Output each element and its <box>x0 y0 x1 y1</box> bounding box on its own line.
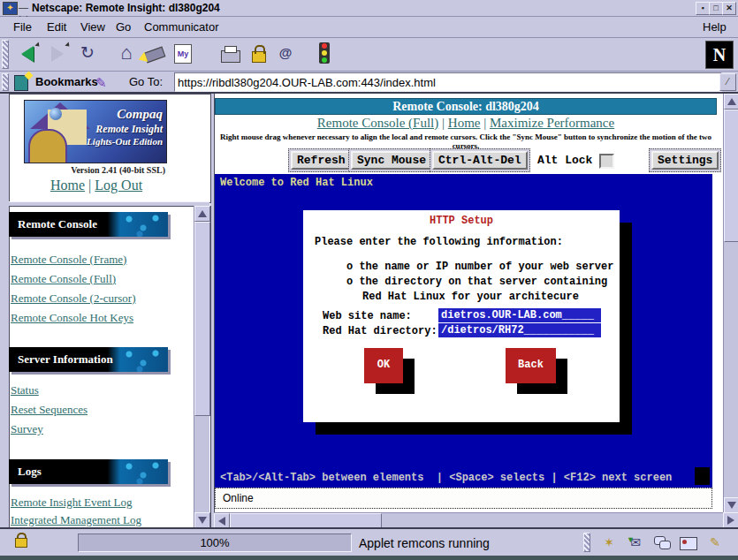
my-netscape-icon[interactable]: My <box>170 41 196 67</box>
back-icon[interactable] <box>14 41 41 67</box>
location-grip[interactable] <box>2 73 9 91</box>
print-icon[interactable] <box>217 41 244 67</box>
stop-icon[interactable] <box>311 41 338 67</box>
minimize-button[interactable]: ▪ <box>696 2 710 15</box>
website-name-label: Web site name: <box>323 310 412 322</box>
sidebar-item-remote-console-hotkeys[interactable]: Remote Console Hot Keys <box>11 311 133 325</box>
pin-icon: —⋈ <box>19 2 31 13</box>
navigator-icon[interactable]: ✶ <box>599 534 619 550</box>
sidebar-scrollbar[interactable] <box>194 206 209 527</box>
progress-gauge: 100% <box>78 534 352 552</box>
page-proxy-icon[interactable]: ✎ <box>95 75 107 91</box>
security-icon[interactable] <box>246 41 272 67</box>
compaq-logo: Compaq Remote Insight Lights-Out Edition <box>24 100 167 163</box>
link-home[interactable]: Home <box>448 116 481 130</box>
netscape-window: ✦ —⋈ Netscape: Remote Insight: dl380g204… <box>0 0 738 560</box>
redhat-directory-label: Red Hat directory: <box>323 325 437 337</box>
dialog-bullet-1: o the name or IP number of your web serv… <box>346 261 613 273</box>
discussions-icon[interactable] <box>652 534 672 550</box>
menu-file[interactable]: File <box>11 19 34 34</box>
scroll-up-icon[interactable] <box>724 94 738 110</box>
redhat-directory-field[interactable]: /dietros/RH72___________ <box>438 323 601 337</box>
sidebar-item-remote-console-frame[interactable]: Remote Console (Frame) <box>11 253 126 267</box>
inbox-icon[interactable]: ✉▼ <box>626 534 645 550</box>
section-banner-logs: Logs <box>9 459 168 484</box>
sidebar-item-remote-console-2cursor[interactable]: Remote Console (2-cursor) <box>11 291 136 306</box>
console-welcome-text: Welcome to Red Hat Linux <box>220 177 373 189</box>
refresh-button[interactable]: Refresh <box>291 151 352 170</box>
navigation-toolbar: ↻ ⌂ My @ N <box>0 38 738 72</box>
url-input[interactable] <box>174 72 722 92</box>
scroll-down-icon[interactable] <box>194 512 210 528</box>
scroll-down-icon[interactable] <box>724 497 738 513</box>
menu-view[interactable]: View <box>78 19 108 34</box>
back-button[interactable]: Back <box>506 348 556 383</box>
sidebar-item-reset-sequences[interactable]: Reset Sequences <box>11 403 87 417</box>
settings-button[interactable]: Settings <box>651 151 719 170</box>
website-name-field[interactable]: dietros.OUR-LAB.com_____ <box>438 308 601 322</box>
menu-communicator[interactable]: Communicator <box>141 19 222 34</box>
goto-label: Go To: <box>129 75 163 88</box>
window-menu-icon[interactable]: ✦ <box>3 2 18 15</box>
status-bar: 100% Applet remcons running ✶ ✉▼ ✎ <box>0 527 738 557</box>
scrollbar-thumb[interactable] <box>194 222 210 416</box>
component-bar-grip[interactable] <box>583 533 590 552</box>
http-setup-dialog: HTTP Setup Please enter the following in… <box>303 210 620 422</box>
maximize-button[interactable]: □ <box>709 2 723 15</box>
dialog-intro: Please enter the following information: <box>315 236 563 248</box>
scroll-up-icon[interactable] <box>194 206 210 222</box>
toolbar-grip[interactable] <box>2 40 9 69</box>
bookmarks-icon[interactable] <box>14 73 28 91</box>
sidebar-item-remote-console-full[interactable]: Remote Console (Full) <box>11 272 116 286</box>
menu-go[interactable]: Go <box>113 19 133 34</box>
section-title: Remote Console <box>18 217 97 231</box>
settings-button-wrap: Settings <box>649 148 721 172</box>
forward-icon[interactable] <box>44 41 71 67</box>
search-icon[interactable] <box>141 41 168 67</box>
sidebar-item-integrated-mgmt-log[interactable]: Integrated Management Log <box>11 513 141 527</box>
reload-icon[interactable]: ↻ <box>74 41 101 67</box>
bookmarks-label[interactable]: Bookmarks <box>35 75 98 88</box>
brand-line2: Remote Insight <box>87 123 163 136</box>
window-bottom-edge <box>0 556 738 560</box>
nav-separator: | <box>483 116 486 130</box>
scrollbar-thumb[interactable] <box>724 110 738 242</box>
section-title: Server Information <box>18 352 113 366</box>
home-icon[interactable]: ⌂ <box>113 41 140 67</box>
scrollbar-thumb[interactable] <box>230 513 382 528</box>
menu-edit[interactable]: Edit <box>44 19 69 34</box>
alt-lock-checkbox[interactable] <box>599 154 614 169</box>
section-banner-remote-console: Remote Console <box>9 212 168 237</box>
status-message: Applet remcons running <box>359 536 490 550</box>
brand-frame: Compaq Remote Insight Lights-Out Edition… <box>9 94 211 203</box>
sidebar-item-status[interactable]: Status <box>11 383 39 397</box>
logout-link[interactable]: Log Out <box>95 178 142 193</box>
link-maximize-performance[interactable]: Maximize Performance <box>490 116 614 130</box>
alt-lock-label: Alt Lock <box>537 154 592 167</box>
ctrl-alt-del-button[interactable]: Ctrl-Alt-Del <box>432 151 528 170</box>
composer-icon[interactable]: ✎ <box>705 534 725 550</box>
dialog-title: HTTP Setup <box>303 215 620 227</box>
window-title: Netscape: Remote Insight: dl380g204 <box>32 2 220 14</box>
url-dropdown-icon[interactable]: ⁄ <box>719 73 736 91</box>
home-link[interactable]: Home <box>50 178 85 193</box>
sidebar-item-rib-event-log[interactable]: Remote Insight Event Log <box>11 496 133 510</box>
location-bar: Bookmarks ✎ Go To: ⁄ <box>0 72 738 92</box>
main-vertical-scrollbar[interactable] <box>723 94 738 512</box>
menu-help[interactable]: Help <box>700 19 729 34</box>
sidebar-item-survey[interactable]: Survey <box>11 422 43 436</box>
security-lock-icon[interactable] <box>12 531 30 552</box>
remote-console-screen[interactable]: Welcome to Red Hat Linux HTTP Setup Plea… <box>215 174 712 488</box>
ok-button[interactable]: OK <box>364 348 403 383</box>
main-horizontal-scrollbar[interactable] <box>214 512 723 528</box>
link-remote-console-full[interactable]: Remote Console (Full) <box>317 116 439 130</box>
title-bar: ✦ —⋈ Netscape: Remote Insight: dl380g204… <box>0 0 738 17</box>
page-title: Remote Console: dl380g204 <box>215 98 717 115</box>
refresh-button-wrap: Refresh <box>288 148 354 172</box>
netscape-logo-icon[interactable]: N <box>705 41 734 69</box>
sync-mouse-button[interactable]: Sync Mouse <box>351 151 432 170</box>
shop-icon[interactable]: @ <box>272 41 299 67</box>
close-button[interactable]: ✕ <box>722 2 736 15</box>
address-book-icon[interactable] <box>679 534 698 550</box>
dialog-bullet-2-cont: Red Hat Linux for your architecure <box>362 291 579 303</box>
